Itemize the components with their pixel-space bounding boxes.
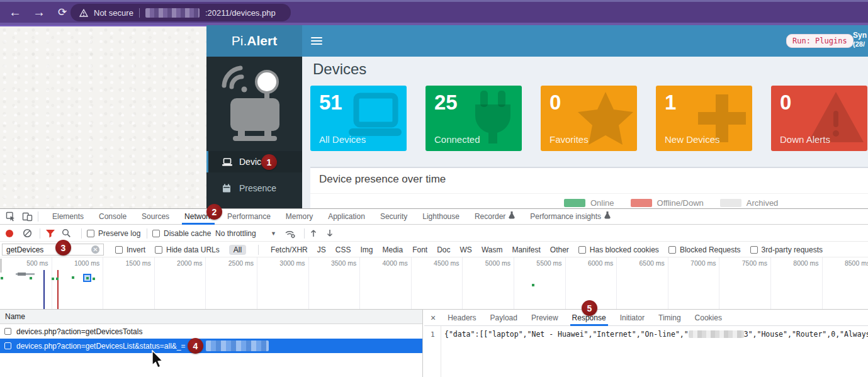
stat-card-favorites[interactable]: 0Favorites bbox=[541, 86, 637, 151]
tab-label: Performance bbox=[227, 209, 271, 224]
filter-icon[interactable] bbox=[45, 225, 55, 242]
response-tab-cookies[interactable]: Cookies bbox=[688, 310, 729, 326]
menu-toggle-icon[interactable] bbox=[311, 37, 322, 47]
request-checkbox[interactable] bbox=[4, 328, 11, 335]
timeline-gridline bbox=[411, 257, 412, 309]
timeline-gridline bbox=[52, 257, 52, 309]
sidebar-item-presence[interactable]: Presence bbox=[206, 177, 302, 199]
clear-icon[interactable] bbox=[23, 225, 32, 242]
inspect-element-icon[interactable] bbox=[6, 211, 16, 222]
stat-card-down-alerts[interactable]: 0Down Alerts bbox=[771, 86, 867, 151]
filter-input[interactable]: getDevices ✕ bbox=[2, 244, 104, 256]
filter-type-doc[interactable]: Doc bbox=[437, 245, 450, 254]
export-har-icon[interactable] bbox=[326, 225, 334, 242]
filter-has-blocked-cookies-checkbox[interactable]: Has blocked cookies bbox=[578, 245, 659, 254]
legend-label: Online bbox=[590, 198, 614, 208]
tab-console[interactable]: Console bbox=[91, 209, 134, 225]
request-checkbox[interactable] bbox=[4, 342, 11, 349]
filter-type-media[interactable]: Media bbox=[382, 245, 403, 254]
stat-card-new-devices[interactable]: 1New Devices bbox=[656, 86, 752, 151]
filter-3rd-party-requests-checkbox[interactable]: 3rd-party requests bbox=[750, 245, 823, 254]
app-logo[interactable]: Pi.Alert bbox=[206, 25, 302, 57]
tab-performance[interactable]: Performance bbox=[220, 209, 278, 225]
filter-type-manifest[interactable]: Manifest bbox=[512, 245, 540, 254]
run-plugins-button[interactable]: Run: Plugins bbox=[786, 34, 854, 48]
filter-type-font[interactable]: Font bbox=[412, 245, 427, 254]
response-tab-label: Initiator bbox=[620, 310, 645, 325]
timeline-tick-label: 3000 ms bbox=[260, 259, 305, 267]
stat-value: 1 bbox=[665, 91, 676, 115]
waterfall-dot bbox=[30, 277, 32, 279]
disable-cache-checkbox[interactable]: Disable cache bbox=[152, 225, 211, 242]
tab-label: Console bbox=[99, 209, 127, 224]
presence-panel-title: Device presence over time bbox=[319, 173, 446, 186]
filter-blocked-requests-checkbox[interactable]: Blocked Requests bbox=[668, 245, 741, 254]
page-title: Devices bbox=[313, 60, 366, 78]
response-tab-timing[interactable]: Timing bbox=[651, 310, 688, 326]
waterfall-dot bbox=[72, 276, 74, 279]
throttling-dropdown[interactable]: No throttling bbox=[215, 225, 256, 242]
sidebar-item-devices[interactable]: Devices bbox=[206, 151, 302, 172]
filter-type-other[interactable]: Other bbox=[550, 245, 569, 254]
tab-security[interactable]: Security bbox=[373, 209, 415, 225]
import-har-icon[interactable] bbox=[310, 225, 317, 242]
address-bar[interactable]: Not secure :20211/devices.php bbox=[70, 4, 291, 21]
preserve-log-checkbox[interactable]: Preserve log bbox=[87, 225, 140, 242]
tab-lighthouse[interactable]: Lighthouse bbox=[415, 209, 467, 225]
waterfall-dot bbox=[52, 278, 54, 280]
stat-card-connected[interactable]: 25Connected bbox=[426, 86, 522, 151]
tab-recorder[interactable]: Recorder bbox=[467, 209, 522, 225]
reload-icon[interactable]: ⟳ bbox=[58, 5, 67, 20]
tab-sources[interactable]: Sources bbox=[134, 209, 177, 225]
divider bbox=[258, 245, 259, 255]
filter-type-fetch-xhr[interactable]: Fetch/XHR bbox=[271, 245, 308, 254]
waterfall-dot bbox=[93, 278, 95, 280]
device-toolbar-icon[interactable] bbox=[22, 211, 33, 222]
filter-type-wasm[interactable]: Wasm bbox=[482, 245, 503, 254]
tab-application[interactable]: Application bbox=[320, 209, 373, 225]
response-tab-preview[interactable]: Preview bbox=[524, 310, 565, 326]
response-tab-headers[interactable]: Headers bbox=[441, 310, 483, 326]
response-tab-payload[interactable]: Payload bbox=[483, 310, 524, 326]
timeline-tick-label: 500 ms bbox=[3, 259, 48, 267]
disable-cache-label: Disable cache bbox=[164, 229, 211, 238]
clear-filter-icon[interactable]: ✕ bbox=[91, 245, 99, 254]
timeline-tick-label: 7500 ms bbox=[722, 259, 767, 267]
filter-type-all[interactable]: All bbox=[229, 245, 246, 255]
timeline-tick-label: 4000 ms bbox=[363, 259, 408, 267]
response-content[interactable]: 1 {"data":[["laptop","Net - Huawei","Int… bbox=[424, 326, 868, 377]
filter-type-js[interactable]: JS bbox=[317, 245, 326, 254]
response-tab-label: Timing bbox=[658, 310, 681, 325]
response-json-suffix: 3","House","Router",0,"Always on bbox=[744, 330, 868, 339]
invert-checkbox[interactable]: Invert bbox=[115, 245, 145, 254]
calendar-icon bbox=[222, 184, 233, 193]
filter-type-css[interactable]: CSS bbox=[335, 245, 351, 254]
close-icon[interactable]: × bbox=[424, 313, 441, 323]
waterfall-dot bbox=[56, 278, 59, 280]
header-right-text: Syn (28/ bbox=[853, 31, 867, 48]
chevron-down-icon[interactable]: ▼ bbox=[271, 225, 276, 242]
timeline-tick-label: 5500 ms bbox=[517, 259, 562, 267]
filter-type-img[interactable]: Img bbox=[360, 245, 373, 254]
checkbox bbox=[115, 246, 123, 254]
back-icon[interactable]: ← bbox=[9, 4, 21, 20]
legend-swatch bbox=[720, 199, 741, 207]
request-row[interactable]: devices.php?action=getDevicesList&status… bbox=[0, 339, 422, 353]
request-row[interactable]: devices.php?action=getDevicesTotals bbox=[0, 324, 422, 339]
record-icon[interactable] bbox=[5, 225, 14, 242]
requests-name-header[interactable]: Name bbox=[0, 310, 422, 324]
forward-icon[interactable]: → bbox=[33, 4, 45, 20]
network-overview-timeline[interactable]: 500 ms1000 ms1500 ms2000 ms2500 ms3000 m… bbox=[0, 257, 868, 310]
tab-performance-insights[interactable]: Performance insights bbox=[522, 209, 618, 225]
tab-elements[interactable]: Elements bbox=[45, 209, 91, 225]
search-icon[interactable] bbox=[62, 225, 71, 242]
network-conditions-icon[interactable] bbox=[285, 225, 296, 242]
filter-type-ws[interactable]: WS bbox=[460, 245, 472, 254]
filter-input-value: getDevices bbox=[6, 245, 43, 254]
stat-label: All Devices bbox=[319, 134, 366, 145]
hide-data-urls-checkbox[interactable]: Hide data URLs bbox=[155, 245, 220, 254]
timeline-gridline bbox=[616, 257, 617, 309]
tab-memory[interactable]: Memory bbox=[278, 209, 320, 225]
response-tab-initiator[interactable]: Initiator bbox=[613, 310, 651, 326]
stat-card-all-devices[interactable]: 51All Devices bbox=[310, 86, 407, 151]
